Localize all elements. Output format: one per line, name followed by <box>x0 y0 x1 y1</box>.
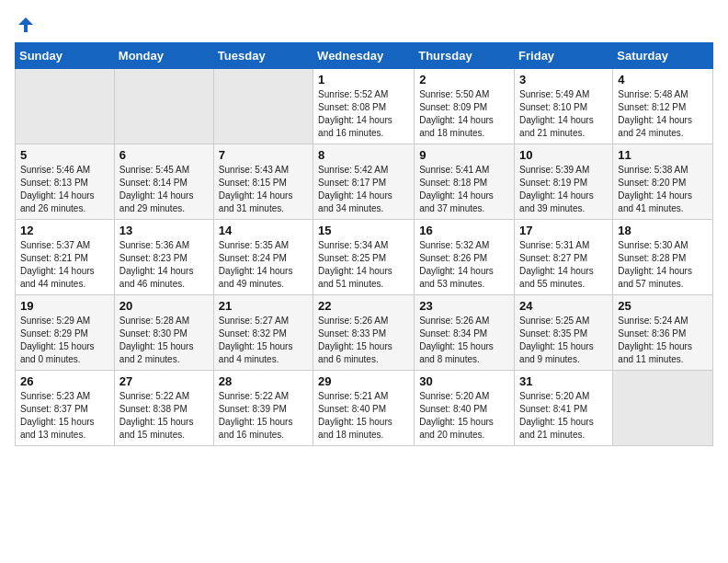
day-cell <box>213 69 313 144</box>
day-cell: 6Sunrise: 5:45 AMSunset: 8:14 PMDaylight… <box>114 144 213 220</box>
day-number: 6 <box>119 148 209 162</box>
week-row-4: 19Sunrise: 5:29 AMSunset: 8:29 PMDayligh… <box>16 295 713 371</box>
day-number: 15 <box>318 224 409 237</box>
day-cell: 13Sunrise: 5:36 AMSunset: 8:23 PMDayligh… <box>114 220 213 295</box>
day-cell: 12Sunrise: 5:37 AMSunset: 8:21 PMDayligh… <box>16 220 115 295</box>
weekday-header-sunday: Sunday <box>16 43 115 69</box>
day-number: 3 <box>519 73 608 86</box>
weekday-header-thursday: Thursday <box>415 43 515 69</box>
day-info: Sunrise: 5:38 AMSunset: 8:20 PMDaylight:… <box>618 164 708 215</box>
day-cell: 14Sunrise: 5:35 AMSunset: 8:24 PMDayligh… <box>213 220 313 295</box>
day-info: Sunrise: 5:41 AMSunset: 8:18 PMDaylight:… <box>419 164 509 215</box>
day-info: Sunrise: 5:35 AMSunset: 8:24 PMDaylight:… <box>219 239 308 291</box>
day-number: 11 <box>618 148 708 162</box>
week-row-1: 1Sunrise: 5:52 AMSunset: 8:08 PMDaylight… <box>16 69 713 144</box>
day-cell: 26Sunrise: 5:23 AMSunset: 8:37 PMDayligh… <box>16 371 115 446</box>
day-number: 20 <box>119 299 209 313</box>
week-row-5: 26Sunrise: 5:23 AMSunset: 8:37 PMDayligh… <box>16 371 713 446</box>
day-number: 8 <box>318 148 409 162</box>
day-number: 12 <box>20 224 109 237</box>
day-info: Sunrise: 5:26 AMSunset: 8:34 PMDaylight:… <box>419 315 509 366</box>
day-cell: 18Sunrise: 5:30 AMSunset: 8:28 PMDayligh… <box>613 220 713 295</box>
day-number: 31 <box>519 374 608 388</box>
day-cell: 28Sunrise: 5:22 AMSunset: 8:39 PMDayligh… <box>213 371 313 446</box>
day-cell: 1Sunrise: 5:52 AMSunset: 8:08 PMDaylight… <box>313 69 415 144</box>
day-cell: 5Sunrise: 5:46 AMSunset: 8:13 PMDaylight… <box>16 144 115 220</box>
day-cell: 27Sunrise: 5:22 AMSunset: 8:38 PMDayligh… <box>114 371 213 446</box>
day-cell: 10Sunrise: 5:39 AMSunset: 8:19 PMDayligh… <box>515 144 613 220</box>
day-info: Sunrise: 5:21 AMSunset: 8:40 PMDaylight:… <box>318 390 409 442</box>
calendar-table: SundayMondayTuesdayWednesdayThursdayFrid… <box>15 42 713 446</box>
day-cell <box>16 69 115 144</box>
day-info: Sunrise: 5:46 AMSunset: 8:13 PMDaylight:… <box>20 164 109 215</box>
day-cell: 9Sunrise: 5:41 AMSunset: 8:18 PMDaylight… <box>415 144 515 220</box>
day-info: Sunrise: 5:28 AMSunset: 8:30 PMDaylight:… <box>119 315 209 366</box>
day-cell: 15Sunrise: 5:34 AMSunset: 8:25 PMDayligh… <box>313 220 415 295</box>
day-number: 10 <box>519 148 608 162</box>
day-cell: 7Sunrise: 5:43 AMSunset: 8:15 PMDaylight… <box>213 144 313 220</box>
day-number: 28 <box>219 374 308 388</box>
day-info: Sunrise: 5:22 AMSunset: 8:38 PMDaylight:… <box>119 390 209 442</box>
day-number: 30 <box>419 374 509 388</box>
day-info: Sunrise: 5:34 AMSunset: 8:25 PMDaylight:… <box>318 239 409 291</box>
day-cell: 31Sunrise: 5:20 AMSunset: 8:41 PMDayligh… <box>515 371 613 446</box>
logo-icon <box>16 15 36 35</box>
day-info: Sunrise: 5:22 AMSunset: 8:39 PMDaylight:… <box>219 390 308 442</box>
day-cell: 21Sunrise: 5:27 AMSunset: 8:32 PMDayligh… <box>213 295 313 371</box>
day-cell: 4Sunrise: 5:48 AMSunset: 8:12 PMDaylight… <box>613 69 713 144</box>
day-number: 26 <box>20 374 109 388</box>
page-header <box>15 15 713 35</box>
day-number: 2 <box>419 73 509 86</box>
day-number: 16 <box>419 224 509 237</box>
weekday-header-monday: Monday <box>114 43 213 69</box>
day-number: 13 <box>119 224 209 237</box>
day-info: Sunrise: 5:49 AMSunset: 8:10 PMDaylight:… <box>519 88 608 140</box>
day-info: Sunrise: 5:26 AMSunset: 8:33 PMDaylight:… <box>318 315 409 366</box>
day-cell: 25Sunrise: 5:24 AMSunset: 8:36 PMDayligh… <box>613 295 713 371</box>
day-info: Sunrise: 5:36 AMSunset: 8:23 PMDaylight:… <box>119 239 209 291</box>
day-cell: 29Sunrise: 5:21 AMSunset: 8:40 PMDayligh… <box>313 371 415 446</box>
day-number: 27 <box>119 374 209 388</box>
day-number: 29 <box>318 374 409 388</box>
day-number: 9 <box>419 148 509 162</box>
day-cell: 24Sunrise: 5:25 AMSunset: 8:35 PMDayligh… <box>515 295 613 371</box>
day-info: Sunrise: 5:37 AMSunset: 8:21 PMDaylight:… <box>20 239 109 291</box>
day-info: Sunrise: 5:25 AMSunset: 8:35 PMDaylight:… <box>519 315 608 366</box>
day-info: Sunrise: 5:50 AMSunset: 8:09 PMDaylight:… <box>419 88 509 140</box>
day-cell: 23Sunrise: 5:26 AMSunset: 8:34 PMDayligh… <box>415 295 515 371</box>
day-number: 23 <box>419 299 509 313</box>
day-info: Sunrise: 5:29 AMSunset: 8:29 PMDaylight:… <box>20 315 109 366</box>
day-cell: 11Sunrise: 5:38 AMSunset: 8:20 PMDayligh… <box>613 144 713 220</box>
day-cell: 22Sunrise: 5:26 AMSunset: 8:33 PMDayligh… <box>313 295 415 371</box>
day-info: Sunrise: 5:48 AMSunset: 8:12 PMDaylight:… <box>618 88 708 140</box>
day-cell: 2Sunrise: 5:50 AMSunset: 8:09 PMDaylight… <box>415 69 515 144</box>
day-info: Sunrise: 5:27 AMSunset: 8:32 PMDaylight:… <box>219 315 308 366</box>
weekday-header-saturday: Saturday <box>613 43 713 69</box>
day-cell: 30Sunrise: 5:20 AMSunset: 8:40 PMDayligh… <box>415 371 515 446</box>
day-number: 1 <box>318 73 409 86</box>
day-cell <box>613 371 713 446</box>
day-number: 25 <box>618 299 708 313</box>
weekday-header-friday: Friday <box>515 43 613 69</box>
day-number: 14 <box>219 224 308 237</box>
day-number: 19 <box>20 299 109 313</box>
day-number: 17 <box>519 224 608 237</box>
day-info: Sunrise: 5:39 AMSunset: 8:19 PMDaylight:… <box>519 164 608 215</box>
weekday-header-wednesday: Wednesday <box>313 43 415 69</box>
day-info: Sunrise: 5:43 AMSunset: 8:15 PMDaylight:… <box>219 164 308 215</box>
day-info: Sunrise: 5:45 AMSunset: 8:14 PMDaylight:… <box>119 164 209 215</box>
logo <box>15 15 38 35</box>
day-number: 18 <box>618 224 708 237</box>
day-number: 21 <box>219 299 308 313</box>
day-number: 5 <box>20 148 109 162</box>
day-cell: 8Sunrise: 5:42 AMSunset: 8:17 PMDaylight… <box>313 144 415 220</box>
day-cell: 20Sunrise: 5:28 AMSunset: 8:30 PMDayligh… <box>114 295 213 371</box>
day-info: Sunrise: 5:20 AMSunset: 8:41 PMDaylight:… <box>519 390 608 442</box>
day-number: 7 <box>219 148 308 162</box>
day-info: Sunrise: 5:52 AMSunset: 8:08 PMDaylight:… <box>318 88 409 140</box>
day-number: 4 <box>618 73 708 86</box>
day-cell: 3Sunrise: 5:49 AMSunset: 8:10 PMDaylight… <box>515 69 613 144</box>
day-info: Sunrise: 5:30 AMSunset: 8:28 PMDaylight:… <box>618 239 708 291</box>
day-info: Sunrise: 5:20 AMSunset: 8:40 PMDaylight:… <box>419 390 509 442</box>
day-cell: 19Sunrise: 5:29 AMSunset: 8:29 PMDayligh… <box>16 295 115 371</box>
